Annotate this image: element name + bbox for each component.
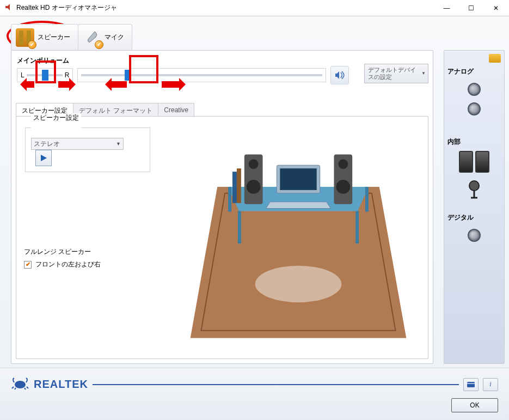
digital-jack-1[interactable] bbox=[468, 229, 481, 242]
svg-rect-18 bbox=[237, 168, 241, 203]
minimize-button[interactable]: — bbox=[434, 1, 459, 16]
volume-row: L R bbox=[17, 66, 349, 84]
speaker-sound-icon bbox=[334, 70, 345, 81]
fullrange-label: フルレンジ スピーカー bbox=[24, 247, 149, 257]
brand-label: REALTEK bbox=[34, 378, 88, 391]
internal-speakers-icon[interactable] bbox=[458, 151, 490, 175]
speaker-mode-value: ステレオ bbox=[34, 139, 60, 149]
info-button[interactable]: i bbox=[483, 378, 498, 391]
side-panel: アナログ 内部 デジタル bbox=[444, 50, 505, 364]
svg-rect-22 bbox=[467, 382, 475, 387]
folder-icon[interactable] bbox=[489, 54, 501, 63]
balance-slider[interactable]: L R bbox=[17, 68, 73, 82]
main-volume-label: メインボリューム bbox=[17, 56, 69, 65]
window-title: Realtek HD オーディオマネージャ bbox=[16, 3, 434, 13]
room-illustration bbox=[169, 117, 428, 358]
speaker-config-label: スピーカー設定 bbox=[31, 113, 81, 123]
svg-point-10 bbox=[247, 180, 261, 194]
svg-rect-6 bbox=[228, 187, 231, 212]
tab-speaker[interactable]: ✔ スピーカー bbox=[11, 24, 78, 50]
maximize-button[interactable]: ☐ bbox=[459, 1, 483, 16]
speaker-config-group: スピーカー設定 ステレオ ▼ bbox=[25, 123, 150, 172]
front-lr-checkbox-row[interactable]: ✔ フロントの左および右 bbox=[24, 260, 101, 268]
analog-jack-2[interactable] bbox=[468, 102, 481, 115]
analog-jack-1[interactable] bbox=[468, 83, 481, 96]
svg-marker-0 bbox=[41, 155, 47, 161]
ok-label: OK bbox=[470, 401, 479, 409]
svg-point-9 bbox=[249, 159, 259, 169]
titlebar: Realtek HD オーディオマネージャ — ☐ ✕ bbox=[0, 0, 509, 16]
tab-speaker-label: スピーカー bbox=[38, 33, 70, 42]
play-test-button[interactable] bbox=[35, 150, 52, 166]
play-icon bbox=[39, 154, 48, 162]
svg-point-19 bbox=[255, 266, 342, 302]
svg-rect-17 bbox=[232, 172, 237, 203]
brand-divider bbox=[93, 384, 459, 385]
svg-point-20 bbox=[469, 181, 479, 191]
card-icon bbox=[467, 381, 475, 388]
chevron-down-icon: ▼ bbox=[116, 141, 121, 147]
svg-point-21 bbox=[15, 381, 26, 388]
balance-l-label: L bbox=[21, 71, 24, 79]
app-icon bbox=[4, 3, 13, 13]
speaker-device-icon: ✔ bbox=[16, 28, 34, 47]
mute-button[interactable] bbox=[330, 66, 349, 84]
info-icon: i bbox=[489, 380, 491, 388]
svg-rect-7 bbox=[365, 187, 369, 212]
speaker-mode-select[interactable]: ステレオ ▼ bbox=[31, 138, 124, 150]
tab-mic[interactable]: ✔ マイク bbox=[78, 24, 132, 50]
realtek-crab-icon bbox=[11, 377, 29, 392]
main-panel: メインボリューム L R デフォルトデバイスの設定 bbox=[11, 50, 433, 364]
svg-rect-5 bbox=[355, 211, 359, 244]
close-button[interactable]: ✕ bbox=[483, 1, 508, 16]
footer: REALTEK i OK bbox=[0, 368, 509, 420]
tab-mic-label: マイク bbox=[105, 33, 124, 42]
svg-rect-23 bbox=[467, 383, 475, 384]
side-analog-label: アナログ bbox=[447, 67, 501, 76]
default-device-label: デフォルトデバイスの設定 bbox=[368, 66, 418, 81]
default-device-dropdown[interactable]: デフォルトデバイスの設定 bbox=[364, 64, 428, 83]
svg-marker-16 bbox=[266, 202, 331, 209]
svg-point-12 bbox=[338, 159, 348, 169]
internal-mic-icon[interactable] bbox=[465, 178, 483, 202]
app-body: ✔ スピーカー ✔ マイク メインボリューム L R bbox=[0, 16, 509, 420]
front-lr-label: フロントの左および右 bbox=[35, 260, 101, 268]
svg-rect-4 bbox=[238, 211, 241, 244]
ok-button[interactable]: OK bbox=[451, 398, 498, 412]
svg-rect-15 bbox=[280, 168, 316, 190]
side-internal-label: 内部 bbox=[447, 137, 501, 147]
checkbox-checked-icon: ✔ bbox=[24, 261, 32, 269]
svg-point-13 bbox=[336, 180, 350, 194]
options-button[interactable] bbox=[463, 378, 479, 391]
device-tabs: ✔ スピーカー ✔ マイク bbox=[11, 24, 132, 50]
mic-device-icon: ✔ bbox=[83, 28, 101, 47]
balance-r-label: R bbox=[65, 71, 70, 79]
fullrange-group: フルレンジ スピーカー ✔ フロントの左および右 bbox=[24, 247, 149, 269]
side-digital-label: デジタル bbox=[447, 213, 501, 222]
sub-panel: スピーカー設定 ステレオ ▼ フルレンジ スピーカー ✔ フロントの左および右 bbox=[16, 116, 428, 359]
volume-slider[interactable] bbox=[77, 68, 326, 82]
